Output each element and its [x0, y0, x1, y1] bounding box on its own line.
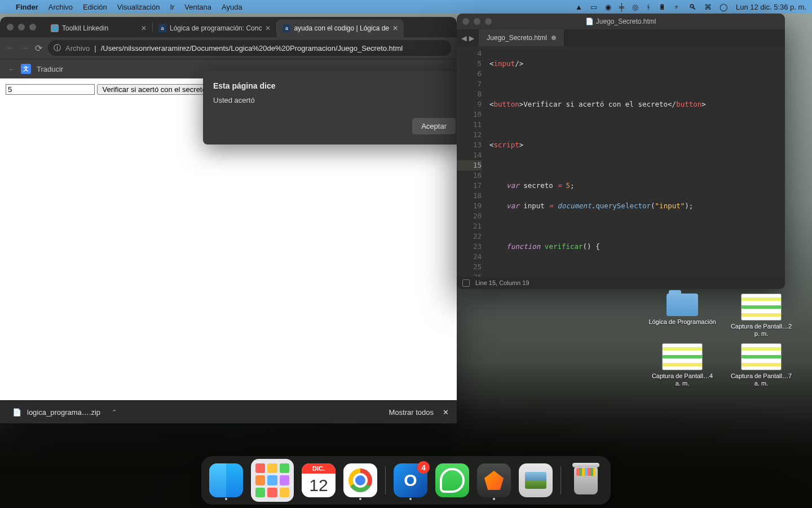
dock-chrome[interactable]	[343, 463, 377, 497]
dock-outlook[interactable]: O4	[394, 463, 427, 497]
download-menu-icon[interactable]: ⌃	[112, 409, 117, 416]
status-play-icon[interactable]: ◉	[605, 3, 611, 11]
menu-ayuda[interactable]: Ayuda	[222, 3, 242, 11]
close-window-icon[interactable]	[7, 24, 14, 30]
status-screen-icon[interactable]: ▭	[590, 3, 597, 11]
editor-forward-icon[interactable]: ▶	[469, 33, 475, 43]
outlook-badge: 4	[417, 461, 430, 474]
globe-icon: 🌐	[51, 24, 59, 32]
dock-finder[interactable]	[209, 463, 243, 497]
alert-accept-button[interactable]: Aceptar	[412, 118, 456, 134]
dock-whatsapp[interactable]	[435, 463, 469, 497]
editor-titlebar[interactable]: 📄 Juego_Secreto.html	[457, 14, 785, 29]
verify-button[interactable]: Verificar si acertó con el secreto	[97, 84, 211, 95]
menu-visualizacion[interactable]: Visualización	[117, 3, 160, 11]
editor-panel-icon[interactable]	[462, 279, 470, 287]
nav-back-icon[interactable]: ←	[6, 43, 15, 53]
chrome-toolbar: ← → ⟳ ⓘ Archivo | /Users/nilssonriverara…	[0, 37, 457, 59]
alert-title: Esta página dice	[213, 81, 456, 90]
dock-trash[interactable]	[569, 463, 603, 497]
dock-preview[interactable]	[519, 463, 553, 497]
editor-cursor-position: Line 15, Column 19	[475, 279, 529, 286]
menu-edicion[interactable]: Edición	[83, 3, 107, 11]
status-control-center-icon[interactable]: ⌘	[704, 3, 712, 11]
nav-forward-icon[interactable]: →	[20, 43, 29, 53]
desktop-screenshot-2[interactable]: Captura de Pantall…4 a. m.	[648, 343, 716, 387]
info-icon[interactable]: ⓘ	[54, 43, 61, 53]
status-bluetooth-icon[interactable]: ᚼ	[646, 3, 651, 11]
desktop-screenshot-1[interactable]: Captura de Pantall…2 p. m.	[727, 294, 795, 338]
menu-ventana[interactable]: Ventana	[184, 3, 211, 11]
maximize-window-icon[interactable]	[29, 24, 36, 30]
status-airdrop-icon[interactable]: ◎	[632, 3, 638, 11]
icon-label: Captura de Pantall…4 a. m.	[648, 373, 716, 387]
menubar-app-name[interactable]: Finder	[16, 3, 38, 11]
icon-label: Lógica de Programación	[648, 318, 716, 326]
desktop-folder-logica[interactable]: Lógica de Programación	[648, 294, 716, 338]
secret-input[interactable]	[6, 84, 95, 95]
editor-maximize-icon[interactable]	[485, 18, 492, 25]
tab-close-icon[interactable]: ✕	[392, 24, 398, 32]
menubar-clock[interactable]: Lun 12 dic. 5:36 p. m.	[736, 3, 806, 11]
calendar-month: DIC.	[302, 463, 336, 474]
url-path: /Users/nilssonriveraramirez/Documents/Lo…	[101, 44, 403, 52]
dock-calendar[interactable]: DIC. 12	[302, 463, 336, 497]
editor-tabstrip: ◀ ▶ Juego_Secreto.html	[457, 29, 785, 46]
document-icon: 📄	[585, 17, 594, 25]
translate-label[interactable]: Traducir	[37, 65, 63, 73]
image-thumb-icon	[662, 343, 703, 370]
tab-logica-programacion[interactable]: a Lógica de programación: Conc ✕	[153, 19, 276, 37]
downloads-bar: 📄 logica_programa….zip ⌃ Mostrar todos ✕	[0, 400, 457, 423]
alura-icon: a	[158, 24, 166, 32]
editor-back-icon[interactable]: ◀	[461, 33, 467, 43]
nav-reload-icon[interactable]: ⟳	[35, 43, 42, 54]
unsaved-dot-icon	[551, 36, 556, 40]
download-item[interactable]: 📄 logica_programa….zip ⌃	[8, 406, 121, 419]
back-small-icon[interactable]: ←	[8, 65, 15, 73]
tab-close-icon[interactable]: ✕	[265, 24, 271, 32]
code-body[interactable]: <input/> <button>Verificar si acertó con…	[486, 46, 785, 277]
dock-launchpad[interactable]	[251, 459, 294, 502]
editor-statusbar: Line 15, Column 19	[457, 277, 785, 289]
chrome-window: 🌐 Toolkit Linkedin ✕ a Lógica de program…	[0, 17, 457, 423]
desktop-screenshot-3[interactable]: Captura de Pantall…7 a. m.	[727, 343, 795, 387]
calendar-day: 12	[302, 474, 336, 497]
status-tuning-icon[interactable]: ╪	[619, 3, 624, 11]
image-thumb-icon	[741, 343, 782, 370]
dock-separator	[385, 466, 386, 494]
minimize-window-icon[interactable]	[18, 24, 25, 30]
editor-tab[interactable]: Juego_Secreto.html	[479, 29, 564, 46]
dock-sublime[interactable]	[477, 463, 511, 497]
folder-icon	[667, 294, 698, 316]
desktop-icons: Lógica de Programación Captura de Pantal…	[648, 294, 806, 387]
address-bar[interactable]: ⓘ Archivo | /Users/nilssonriveraramirez/…	[48, 40, 451, 56]
menu-archivo[interactable]: Archivo	[48, 3, 73, 11]
macos-dock: DIC. 12 O4	[201, 456, 611, 505]
url-scheme-chip: Archivo	[65, 44, 90, 52]
translate-icon[interactable]: 文	[21, 64, 31, 74]
status-triangle-icon[interactable]: ▲	[575, 3, 582, 11]
macos-menubar: Finder Archivo Edición Visualización Ir …	[0, 0, 812, 14]
image-thumb-icon	[741, 294, 782, 321]
status-battery-icon[interactable]: 🔋︎	[659, 3, 666, 11]
menu-ir[interactable]: Ir	[170, 3, 174, 11]
dock-separator	[561, 466, 561, 494]
tab-ayuda-codigo[interactable]: a ayuda con el codigo | Lógica de ✕	[277, 19, 404, 37]
status-wifi-icon[interactable]: ᯤ	[674, 3, 681, 11]
editor-tab-title: Juego_Secreto.html	[487, 34, 547, 42]
sublime-window: 📄 Juego_Secreto.html ◀ ▶ Juego_Secreto.h…	[457, 14, 785, 289]
alert-message: Usted acertó	[213, 96, 456, 104]
status-search-icon[interactable]: 🔍︎	[689, 3, 696, 11]
tab-close-icon[interactable]: ✕	[141, 24, 147, 32]
code-editor[interactable]: 4567891011121314151617181920212223242526…	[457, 46, 785, 277]
window-controls[interactable]	[7, 24, 36, 30]
status-siri-icon[interactable]: ◯	[720, 3, 728, 11]
editor-close-icon[interactable]	[462, 18, 469, 25]
downloads-show-all[interactable]: Mostrar todos	[389, 408, 434, 417]
file-icon: 📄	[12, 408, 21, 417]
tab-toolkit-linkedin[interactable]: 🌐 Toolkit Linkedin ✕	[45, 19, 152, 37]
editor-minimize-icon[interactable]	[474, 18, 480, 25]
downloads-close-icon[interactable]: ✕	[443, 408, 449, 417]
icon-label: Captura de Pantall…2 p. m.	[727, 323, 795, 338]
alura-icon: a	[283, 24, 290, 32]
